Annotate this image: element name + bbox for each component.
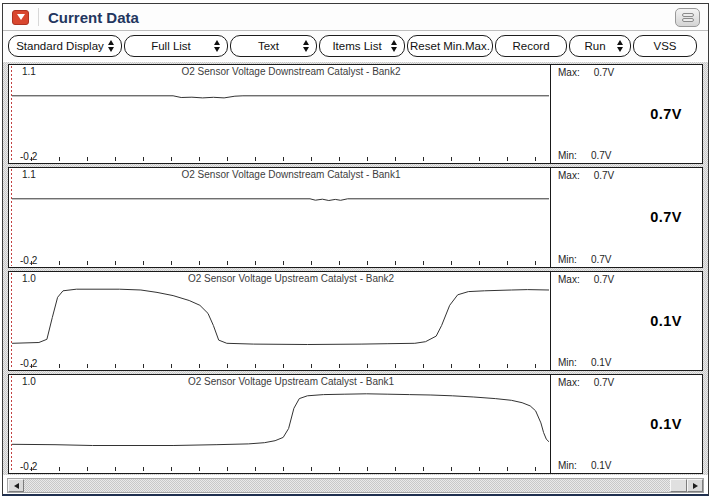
tick-mark xyxy=(423,364,424,368)
toolbar-button-standard-display[interactable]: Standard Display xyxy=(8,35,122,57)
toolbar: Standard DisplayFull ListTextItems ListR… xyxy=(3,31,708,61)
list-view-button[interactable] xyxy=(675,8,700,27)
tick-mark xyxy=(283,364,284,368)
min-label: Min: xyxy=(558,460,577,471)
up-triangle-icon xyxy=(391,40,397,45)
horizontal-scrollbar[interactable] xyxy=(7,478,704,493)
list-icon xyxy=(682,18,694,22)
waveform-line xyxy=(12,289,549,344)
button-label: Full List xyxy=(151,40,191,52)
tick-mark xyxy=(143,364,144,368)
updown-arrows-icon xyxy=(303,40,309,52)
button-label: Standard Display xyxy=(16,40,104,52)
tick-mark xyxy=(283,467,284,471)
chart-panel-1: 1.1-0.2O2 Sensor Voltage Downstream Cata… xyxy=(8,64,703,164)
tick-mark xyxy=(311,467,312,471)
tick-mark xyxy=(31,157,32,161)
tick-mark xyxy=(339,364,340,368)
tick-mark xyxy=(367,261,368,265)
tick-mark xyxy=(423,261,424,265)
min-value: 0.1V xyxy=(591,357,612,368)
waveform-line xyxy=(12,199,549,201)
toolbar-button-run[interactable]: Run xyxy=(569,35,631,57)
button-label: Text xyxy=(258,40,279,52)
toolbar-button-vss[interactable]: VSS xyxy=(633,35,697,57)
min-readout: Min:0.7V xyxy=(558,150,611,161)
tick-mark xyxy=(479,467,480,471)
up-triangle-icon xyxy=(303,40,309,45)
button-label: Reset Min.Max. xyxy=(410,40,490,52)
tick-mark xyxy=(255,364,256,368)
left-arrow-icon xyxy=(14,483,19,489)
tick-mark xyxy=(395,467,396,471)
tick-mark xyxy=(255,467,256,471)
waveform-line xyxy=(12,96,549,98)
toolbar-button-reset-min-max[interactable]: Reset Min.Max. xyxy=(407,35,493,57)
value-area-divider xyxy=(550,272,551,370)
tick-mark xyxy=(59,364,60,368)
tick-mark xyxy=(535,157,536,161)
toolbar-button-items-list[interactable]: Items List xyxy=(319,35,405,57)
app-window: Current Data Standard DisplayFull ListTe… xyxy=(2,3,709,496)
tick-mark xyxy=(535,261,536,265)
tick-mark xyxy=(59,261,60,265)
down-triangle-icon xyxy=(214,47,220,52)
tick-mark xyxy=(31,261,32,265)
updown-arrows-icon xyxy=(108,40,114,52)
min-readout: Min:0.7V xyxy=(558,254,611,265)
tick-mark xyxy=(87,467,88,471)
current-value-readout: 0.1V xyxy=(650,416,682,432)
tick-mark xyxy=(87,157,88,161)
toolbar-button-record[interactable]: Record xyxy=(495,35,567,57)
max-value: 0.7V xyxy=(594,67,615,78)
current-value-readout: 0.7V xyxy=(650,106,682,122)
tick-mark xyxy=(479,261,480,265)
down-triangle-icon xyxy=(391,47,397,52)
toolbar-button-full-list[interactable]: Full List xyxy=(124,35,228,57)
scrollbar-track[interactable] xyxy=(24,479,670,492)
tick-mark xyxy=(283,261,284,265)
tick-mark xyxy=(451,467,452,471)
tick-mark xyxy=(479,364,480,368)
chart-panel-2: 1.1-0.2O2 Sensor Voltage Downstream Cata… xyxy=(8,167,703,267)
toolbar-button-text[interactable]: Text xyxy=(230,35,317,57)
tick-mark xyxy=(227,467,228,471)
down-triangle-icon xyxy=(108,47,114,52)
min-readout: Min:0.1V xyxy=(558,357,611,368)
tick-mark xyxy=(367,157,368,161)
tick-mark xyxy=(87,364,88,368)
max-label: Max: xyxy=(558,377,580,388)
waveform-line xyxy=(12,394,549,446)
waveform-plot xyxy=(12,169,549,266)
max-label: Max: xyxy=(558,67,580,78)
tick-mark xyxy=(451,364,452,368)
tick-mark xyxy=(395,157,396,161)
max-readout: Max:0.7V xyxy=(558,67,614,78)
max-value: 0.7V xyxy=(594,377,615,388)
tick-mark xyxy=(143,467,144,471)
tick-mark xyxy=(143,157,144,161)
tick-mark xyxy=(227,157,228,161)
window-menu-icon[interactable] xyxy=(12,10,29,25)
scrollbar-thumb[interactable] xyxy=(670,479,687,492)
scroll-right-button[interactable] xyxy=(687,479,703,492)
scroll-left-button[interactable] xyxy=(8,479,24,492)
tick-mark xyxy=(535,364,536,368)
tick-mark xyxy=(507,261,508,265)
min-value: 0.7V xyxy=(591,150,612,161)
max-label: Max: xyxy=(558,170,580,181)
updown-arrows-icon xyxy=(391,40,397,52)
tick-mark xyxy=(59,157,60,161)
tick-mark xyxy=(199,467,200,471)
tick-mark xyxy=(171,467,172,471)
min-value: 0.7V xyxy=(591,254,612,265)
value-area-divider xyxy=(550,65,551,163)
dropdown-triangle-icon xyxy=(17,14,25,20)
tick-mark xyxy=(423,467,424,471)
current-value-readout: 0.7V xyxy=(650,209,682,225)
tick-mark xyxy=(87,261,88,265)
tick-mark xyxy=(199,364,200,368)
window-title: Current Data xyxy=(48,9,139,26)
current-value-readout: 0.1V xyxy=(650,313,682,329)
button-label: Items List xyxy=(332,40,381,52)
